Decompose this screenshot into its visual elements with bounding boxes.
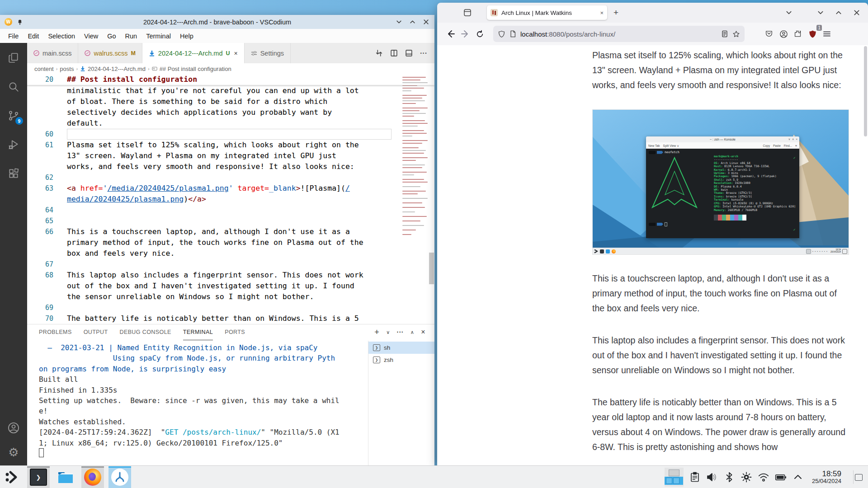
vscodium-task-button[interactable] xyxy=(108,466,131,488)
split-editor-icon[interactable] xyxy=(390,49,398,57)
reload-icon[interactable] xyxy=(472,27,487,41)
menu-selection[interactable]: Selection xyxy=(43,31,80,41)
minimap[interactable] xyxy=(401,74,429,324)
terminal-item-sh[interactable]: ❯ sh xyxy=(368,342,434,354)
firefox-view-icon[interactable] xyxy=(461,6,474,19)
new-terminal-icon[interactable]: + xyxy=(374,328,379,337)
terminal-item-zsh[interactable]: ❯ zsh xyxy=(368,354,434,366)
search-icon[interactable] xyxy=(6,79,21,94)
wifi-icon[interactable] xyxy=(758,471,769,483)
tab-debug-console[interactable]: DEBUG CONSOLE xyxy=(119,324,171,340)
page-scrollbar[interactable] xyxy=(864,46,867,136)
terminal-output[interactable]: – 2021-03-21 | Named Entity Recognition … xyxy=(27,343,368,465)
konsole-terminal: neofetch ✓ mark@mark-arch--------------O… xyxy=(646,149,799,238)
shield-icon[interactable] xyxy=(498,30,505,38)
app-launcher-button[interactable] xyxy=(0,466,23,488)
menu-file[interactable]: File xyxy=(4,31,23,41)
tab-output[interactable]: OUTPUT xyxy=(84,324,108,340)
maximize-icon[interactable] xyxy=(835,9,842,16)
dolphin-task-button[interactable] xyxy=(54,466,77,488)
minimize-icon[interactable] xyxy=(817,9,824,16)
breadcrumb[interactable]: content› posts› 2024-04-12---Arch.md› ##… xyxy=(27,63,434,74)
tray-expand-icon[interactable] xyxy=(792,471,804,483)
extensions-puzzle-icon[interactable] xyxy=(791,27,805,41)
firefox-navbar: localhost:8080/posts/arch-linux/ 1 xyxy=(437,23,868,46)
menu-terminal[interactable]: Terminal xyxy=(142,31,175,41)
menu-edit[interactable]: Edit xyxy=(23,31,43,41)
tab-problems[interactable]: PROBLEMS xyxy=(39,324,72,340)
extensions-icon[interactable] xyxy=(6,166,21,181)
bluetooth-icon[interactable] xyxy=(723,471,735,483)
pocket-icon[interactable] xyxy=(762,27,776,41)
tab-ports[interactable]: PORTS xyxy=(225,324,245,340)
tab-close-icon[interactable]: × xyxy=(234,50,238,57)
list-tabs-icon[interactable] xyxy=(786,9,792,16)
url-bar[interactable]: localhost:8080/posts/arch-linux/ xyxy=(493,26,745,42)
open-changes-icon[interactable] xyxy=(375,49,383,57)
minimap-mark xyxy=(402,136,412,136)
close-icon[interactable] xyxy=(854,9,860,16)
account-icon[interactable] xyxy=(6,420,21,436)
page-info-icon[interactable] xyxy=(509,30,516,38)
virtual-desktop-pager[interactable] xyxy=(665,468,684,487)
menu-go[interactable]: Go xyxy=(103,31,120,41)
terminal-dropdown-icon[interactable]: ∨ xyxy=(386,329,390,335)
clock[interactable]: 18:59 25/04/2024 xyxy=(812,470,841,484)
color-swatch xyxy=(734,215,738,221)
account-icon[interactable] xyxy=(776,27,791,41)
tab-settings[interactable]: Settings xyxy=(245,43,291,63)
volume-icon[interactable] xyxy=(706,471,718,483)
minimize-icon[interactable] xyxy=(395,18,403,26)
minimap-mark xyxy=(402,130,424,131)
bookmark-star-icon[interactable] xyxy=(732,30,740,38)
clipboard-icon[interactable] xyxy=(689,471,701,483)
close-icon[interactable] xyxy=(422,18,430,26)
editor-scrollbar[interactable] xyxy=(429,74,434,324)
reader-view-icon[interactable] xyxy=(721,30,728,38)
maximize-icon[interactable] xyxy=(408,18,416,26)
tab-title: Arch Linux | Mark Watkins xyxy=(501,9,596,16)
scrollbar-thumb[interactable] xyxy=(429,253,434,284)
back-icon[interactable] xyxy=(443,27,458,41)
show-desktop-button[interactable] xyxy=(853,470,863,484)
brightness-icon[interactable] xyxy=(741,471,752,483)
run-debug-icon[interactable] xyxy=(6,137,21,152)
color-swatch xyxy=(726,215,730,221)
layout-icon[interactable] xyxy=(405,49,413,57)
source-control-icon[interactable]: 9 xyxy=(6,108,21,123)
editor-line: primary method of input, the touch works… xyxy=(27,237,434,248)
menu-view[interactable]: View xyxy=(80,31,103,41)
minimap-mark xyxy=(402,108,428,108)
panel-close-icon[interactable]: × xyxy=(421,328,425,336)
new-tab-button[interactable]: + xyxy=(613,8,618,18)
explorer-icon[interactable] xyxy=(6,50,21,66)
paragraph: This laptop also includes a fingerprint … xyxy=(592,333,850,378)
firefox-task-button[interactable] xyxy=(81,466,104,488)
battery-icon[interactable] xyxy=(775,471,787,483)
menu-help[interactable]: Help xyxy=(175,31,198,41)
minimap-mark xyxy=(402,164,425,165)
konsole-task-button[interactable]: ❯ xyxy=(27,466,50,488)
ublock-icon[interactable]: 1 xyxy=(805,27,820,41)
konsole-window-controls: ∨∧× xyxy=(788,136,797,142)
tab-arch-md[interactable]: 2024-04-12---Arch.md U × xyxy=(142,43,245,63)
menu-run[interactable]: Run xyxy=(121,31,142,41)
tab-close-icon[interactable]: × xyxy=(600,9,604,16)
settings-gear-icon[interactable]: ⚙ xyxy=(6,445,21,460)
editor-line: 13" screen. Wayland + Plasma on my integ… xyxy=(27,150,434,161)
url-text[interactable]: localhost:8080/posts/arch-linux/ xyxy=(520,30,717,38)
forward-icon[interactable] xyxy=(458,27,472,41)
git-modified-badge: M xyxy=(131,50,135,56)
plasma-screenshot-link[interactable]: ~ : zsh — Konsole ∨∧× New Tab Split View… xyxy=(592,109,849,255)
vscodium-titlebar[interactable]: W 2024-04-12---Arch.md - brave-baboon - … xyxy=(0,15,434,29)
tab-main-scss[interactable]: main.scss xyxy=(27,43,78,63)
konsole-icon: ❯ xyxy=(30,469,47,486)
editor[interactable]: 20## Post install configurationminimalis… xyxy=(27,74,434,324)
more-actions-icon[interactable]: ··· xyxy=(420,49,427,57)
panel-more-icon[interactable]: ··· xyxy=(397,328,404,336)
tab-terminal[interactable]: TERMINAL xyxy=(183,324,213,340)
site-favicon xyxy=(491,9,498,16)
tab-walrus-scss[interactable]: walrus.scss M xyxy=(78,43,142,63)
panel-maximize-icon[interactable]: ∧ xyxy=(410,329,414,335)
browser-tab[interactable]: Arch Linux | Mark Watkins × xyxy=(487,5,607,20)
